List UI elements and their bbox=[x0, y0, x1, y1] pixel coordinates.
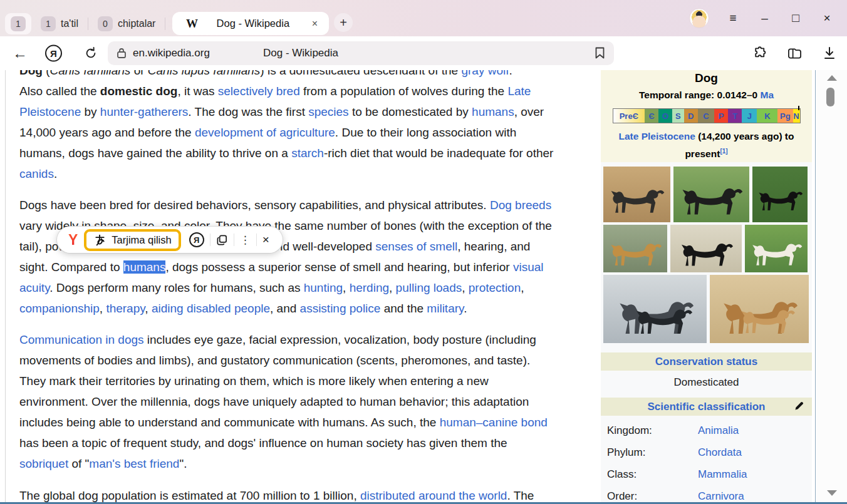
back-button[interactable]: ← bbox=[13, 44, 28, 62]
article-link[interactable]: Dog breeds bbox=[490, 198, 551, 212]
late-pleistocene-link[interactable]: Late Pleistocene bbox=[619, 131, 695, 141]
timescale-segment[interactable]: Є bbox=[645, 109, 658, 123]
tab-dog-wikipedia[interactable]: W Dog - Wikipedia × bbox=[172, 12, 329, 35]
article-link[interactable]: Pleistocene bbox=[19, 105, 81, 118]
copy-icon[interactable] bbox=[210, 234, 234, 246]
timescale-segment[interactable]: D bbox=[684, 109, 698, 123]
side-panels-icon[interactable] bbox=[787, 46, 803, 61]
timescale-segment[interactable]: K bbox=[757, 109, 777, 123]
close-popup-icon[interactable]: × bbox=[257, 233, 275, 247]
dog-photo[interactable] bbox=[710, 275, 809, 343]
article-link[interactable]: hunter-gatherers bbox=[100, 105, 188, 118]
taxonomy-value-link[interactable]: Animalia bbox=[698, 424, 739, 437]
timescale-segment[interactable]: S bbox=[672, 109, 684, 123]
dog-photo[interactable] bbox=[673, 167, 749, 222]
taxonomy-value-link[interactable]: Chordata bbox=[698, 446, 742, 459]
reference-link[interactable]: [1] bbox=[720, 148, 727, 155]
menu-icon[interactable]: ≡ bbox=[725, 11, 740, 25]
yandex-search-icon[interactable]: Я bbox=[184, 232, 210, 247]
divider bbox=[165, 18, 165, 30]
article-link[interactable]: distributed around the world bbox=[360, 489, 507, 502]
article-link[interactable]: canids bbox=[19, 167, 54, 180]
timescale-segment[interactable]: O bbox=[658, 109, 672, 123]
article-link[interactable]: man's best friend bbox=[89, 457, 179, 470]
tab-count-badge: 1 bbox=[41, 16, 56, 31]
article-link[interactable]: humans bbox=[472, 105, 514, 118]
dog-photo[interactable] bbox=[603, 275, 707, 343]
minimize-icon[interactable]: – bbox=[757, 11, 772, 25]
timescale-segment[interactable]: T bbox=[728, 109, 742, 123]
article-link[interactable]: selectively bred bbox=[218, 85, 300, 98]
article-link[interactable]: protection bbox=[469, 281, 521, 294]
timescale-segment[interactable]: C bbox=[698, 109, 714, 123]
article-link[interactable]: aiding disabled people bbox=[152, 302, 270, 315]
tab-group-chiptalar[interactable]: 0 chiptalar bbox=[92, 13, 161, 34]
plain-text: from a population of wolves during the bbox=[300, 85, 508, 98]
article-link[interactable]: companionship bbox=[19, 302, 100, 315]
dog-photo[interactable] bbox=[603, 167, 670, 222]
timescale-segment[interactable]: J bbox=[742, 109, 757, 123]
article-link[interactable]: senses of smell bbox=[375, 240, 457, 253]
tab-group-current[interactable]: 1 bbox=[5, 13, 31, 34]
address-bar[interactable]: en.wikipedia.org Dog - Wikipedia bbox=[108, 41, 614, 65]
article-line: movements of bodies and limbs), and gust… bbox=[19, 350, 591, 371]
tab-close-icon[interactable]: × bbox=[308, 17, 321, 31]
article-link[interactable]: starch bbox=[291, 147, 324, 160]
timescale-segment[interactable]: PreЄ bbox=[613, 109, 645, 123]
dog-photo[interactable] bbox=[603, 225, 667, 272]
taxonomy-value-link[interactable]: Carnivora bbox=[698, 490, 744, 503]
taxobox-title: Dog bbox=[601, 71, 812, 85]
article-link[interactable]: Communication in dogs bbox=[19, 333, 144, 346]
refresh-icon[interactable] bbox=[84, 46, 98, 60]
dog-photo[interactable] bbox=[745, 225, 808, 272]
ma-link[interactable]: Ma bbox=[761, 90, 774, 100]
more-options-icon[interactable]: ⋮ bbox=[234, 235, 256, 245]
article-link[interactable]: development of agriculture bbox=[195, 126, 335, 139]
geologic-timescale[interactable]: PreЄЄOSDCPTJKPgN bbox=[613, 108, 801, 123]
article-link[interactable]: hunting bbox=[304, 281, 343, 294]
article-link[interactable]: gray wolf bbox=[461, 70, 509, 77]
article-link[interactable]: herding bbox=[350, 281, 389, 294]
download-icon[interactable] bbox=[823, 46, 836, 60]
taxobox-header: Dog Temporal range: 0.0142–0 Ma PreЄЄOSD… bbox=[601, 70, 812, 162]
article-line: has been a topic of frequent study, and … bbox=[19, 433, 591, 453]
dog-photo[interactable] bbox=[670, 225, 742, 272]
taxonomy-value-link[interactable]: Mammalia bbox=[698, 468, 747, 481]
popup-translate-button[interactable]: Tarjima qilish bbox=[84, 229, 180, 251]
article-link[interactable]: military bbox=[427, 302, 464, 315]
article-link[interactable]: Late bbox=[507, 85, 531, 98]
maximize-icon[interactable]: □ bbox=[788, 11, 803, 25]
window-controls: ≡ – □ × bbox=[689, 0, 847, 36]
scroll-down-arrow[interactable] bbox=[827, 490, 837, 496]
photo-row bbox=[603, 275, 811, 343]
bookmark-icon[interactable] bbox=[595, 46, 605, 59]
profile-avatar[interactable] bbox=[689, 8, 709, 28]
conservation-status-header[interactable]: Conservation status bbox=[601, 352, 812, 371]
article-link[interactable]: species bbox=[308, 105, 348, 118]
scroll-up-arrow[interactable] bbox=[827, 75, 837, 81]
plain-text: 14,000 years ago and before the bbox=[19, 126, 195, 139]
plain-text: environment. Over the millennia, dogs ha… bbox=[19, 395, 529, 408]
scientific-classification-header[interactable]: Scientific classification bbox=[601, 398, 812, 416]
new-tab-button[interactable]: + bbox=[334, 13, 353, 32]
article-link[interactable]: assisting police bbox=[300, 302, 381, 315]
edit-pencil-icon[interactable] bbox=[794, 401, 804, 411]
article-link[interactable]: therapy bbox=[106, 302, 145, 315]
yandex-y-icon[interactable]: Y bbox=[65, 232, 81, 249]
article-link[interactable]: acuity bbox=[19, 281, 49, 294]
article-link[interactable]: sobriquet bbox=[19, 457, 68, 470]
dog-photo[interactable] bbox=[752, 167, 808, 222]
extensions-icon[interactable] bbox=[753, 46, 767, 61]
close-window-icon[interactable]: × bbox=[819, 11, 834, 25]
timescale-segment[interactable]: N bbox=[793, 109, 800, 123]
scrollbar-thumb[interactable] bbox=[826, 88, 834, 106]
article-link[interactable]: pulling loads bbox=[396, 281, 462, 294]
tab-group-tatil[interactable]: 1 ta'til bbox=[35, 13, 84, 34]
timescale-segment[interactable]: Pg bbox=[777, 109, 792, 123]
yandex-logo-icon[interactable]: Я bbox=[45, 45, 62, 62]
italic-text: Canis familiaris bbox=[50, 70, 131, 77]
selected-text[interactable]: humans bbox=[123, 260, 166, 274]
article-link[interactable]: visual bbox=[513, 260, 544, 274]
article-link[interactable]: human–canine bond bbox=[440, 416, 548, 429]
timescale-segment[interactable]: P bbox=[714, 109, 728, 123]
